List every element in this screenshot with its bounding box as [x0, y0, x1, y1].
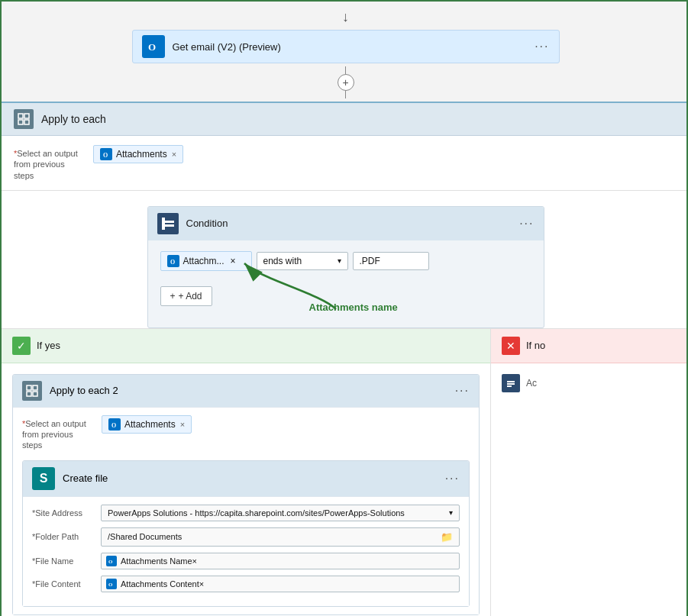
- svg-text:O: O: [103, 152, 108, 159]
- condition-pill-label: Attachm...: [183, 256, 224, 266]
- pill-outlook-icon: O: [100, 148, 112, 160]
- svg-text:O: O: [111, 422, 116, 429]
- apply2-select-label: *Select an output from previous steps: [22, 418, 91, 451]
- apply-each-header[interactable]: Apply to each: [2, 102, 688, 136]
- file-name-label: *File Name: [32, 556, 93, 566]
- annotation-text: Attachments name: [309, 302, 398, 313]
- file-content-pill-label: Attachments Content: [121, 579, 199, 589]
- site-address-row: *Site Address PowerApps Solutions - http…: [32, 505, 460, 521]
- create-file-card: S Create file ··· *Site Address PowerApp…: [22, 460, 470, 607]
- apply-each-2-body: *Select an output from previous steps O …: [13, 407, 479, 614]
- attachments-pill[interactable]: O Attachments ×: [93, 145, 183, 163]
- get-email-title: Get email (V2) (Preview): [173, 41, 535, 53]
- folder-path-value[interactable]: /Shared Documents 📁: [101, 527, 460, 547]
- apply-each-2-menu[interactable]: ···: [455, 384, 470, 398]
- branch-yes-label: If yes: [37, 340, 60, 351]
- condition-header[interactable]: Condition ···: [148, 207, 544, 240]
- apply-each-2-icon: [22, 381, 42, 401]
- apply2-pill-close[interactable]: ×: [180, 420, 185, 429]
- file-content-pill-close[interactable]: ×: [199, 579, 204, 589]
- svg-rect-4: [18, 120, 23, 124]
- branch-yes-content: Apply to each 2 ··· *Select an output fr…: [2, 363, 490, 616]
- file-name-pill-container[interactable]: O Attachments Name ×: [101, 553, 460, 569]
- attachments-pill-close[interactable]: ×: [172, 150, 176, 159]
- svg-rect-5: [24, 120, 29, 124]
- condition-pill-icon: O: [167, 255, 179, 267]
- condition-menu[interactable]: ···: [519, 217, 534, 231]
- file-content-label: *File Content: [32, 579, 93, 589]
- svg-rect-15: [33, 385, 37, 390]
- condition-operator-select[interactable]: ends with ▾: [257, 252, 348, 270]
- plus-connector-top: +: [338, 66, 354, 98]
- svg-rect-2: [18, 114, 23, 118]
- svg-rect-26: [507, 385, 512, 387]
- add-label: + Add: [179, 291, 202, 302]
- add-action-icon: [502, 374, 520, 392]
- condition-operator-label: ends with: [263, 256, 302, 266]
- apply-each-label: Apply to each: [41, 113, 106, 125]
- get-email-menu[interactable]: ···: [535, 40, 549, 53]
- attachments-pill-label: Attachments: [116, 149, 167, 160]
- checkmark-icon: ✓: [12, 337, 31, 355]
- svg-rect-17: [33, 392, 37, 396]
- get-email-card[interactable]: O Get email (V2) (Preview) ···: [132, 30, 560, 63]
- svg-rect-16: [27, 392, 31, 396]
- branch-yes-header: ✓ If yes: [2, 329, 490, 363]
- svg-rect-14: [27, 385, 31, 390]
- attachments-select-row: *Select an output from previous steps O …: [2, 136, 688, 191]
- branch-no-label: If no: [526, 340, 545, 351]
- svg-text:O: O: [148, 41, 156, 53]
- condition-wrapper: Condition ··· O Attachm... × ends: [2, 191, 688, 328]
- branch-yes: ✓ If yes Appl: [2, 329, 491, 616]
- folder-path-row: *Folder Path /Shared Documents 📁: [32, 527, 460, 547]
- apply2-select-row: *Select an output from previous steps O …: [22, 415, 470, 451]
- file-content-pill-icon: O: [106, 579, 117, 589]
- apply2-pill-label: Attachments: [124, 419, 176, 430]
- file-content-pill-container[interactable]: O Attachments Content ×: [101, 576, 460, 592]
- condition-card: Condition ··· O Attachm... × ends: [147, 206, 544, 328]
- file-name-pill-icon: O: [106, 556, 117, 566]
- svg-text:O: O: [108, 559, 113, 565]
- file-content-row: *File Content O Attachments Content ×: [32, 576, 460, 592]
- top-section: ↓ O Get email (V2) (Preview) ··· +: [2, 2, 688, 102]
- create-file-body: *Site Address PowerApps Solutions - http…: [23, 496, 469, 606]
- condition-attachm-pill[interactable]: O Attachm... ×: [160, 251, 252, 271]
- file-name-row: *File Name O Attachments Name ×: [32, 553, 460, 569]
- svg-rect-10: [162, 218, 165, 230]
- condition-body: O Attachm... × ends with ▾ .PDF: [148, 240, 544, 327]
- branch-no-header: ✕ If no: [491, 329, 688, 363]
- svg-text:O: O: [170, 259, 175, 266]
- apply-each-icon: [14, 109, 34, 129]
- apply2-attachments-pill[interactable]: O Attachments ×: [102, 415, 192, 434]
- add-condition-button[interactable]: + + Add: [160, 286, 212, 306]
- if-no-content: Ac: [491, 363, 688, 403]
- folder-path-label: *Folder Path: [32, 532, 93, 541]
- branch-no: ✕ If no Ac: [491, 329, 688, 616]
- canvas: ↓ O Get email (V2) (Preview) ··· +: [2, 2, 688, 616]
- svg-rect-25: [507, 383, 515, 385]
- dropdown-chevron-icon: ▾: [449, 508, 453, 517]
- create-file-header[interactable]: S Create file ···: [23, 461, 469, 496]
- condition-chevron-icon: ▾: [338, 256, 341, 265]
- apply-each-2-header[interactable]: Apply to each 2 ···: [13, 375, 479, 407]
- site-address-value[interactable]: PowerApps Solutions - https://capita.sha…: [101, 505, 460, 521]
- condition-title: Condition: [186, 218, 520, 229]
- apply-each-2-title: Apply to each 2: [50, 385, 455, 396]
- x-icon: ✕: [502, 337, 520, 355]
- create-file-title: Create file: [63, 472, 445, 484]
- create-file-menu[interactable]: ···: [445, 472, 460, 485]
- condition-value-input[interactable]: .PDF: [353, 252, 429, 270]
- svg-text:O: O: [108, 582, 113, 588]
- add-action-label[interactable]: Ac: [526, 378, 537, 389]
- branches-section: ✓ If yes Appl: [2, 328, 688, 616]
- svg-rect-24: [507, 381, 515, 382]
- apply-each-2-card: Apply to each 2 ··· *Select an output fr…: [12, 374, 480, 615]
- condition-row: O Attachm... × ends with ▾ .PDF: [160, 251, 531, 271]
- condition-pill-close[interactable]: ×: [231, 256, 236, 266]
- sharepoint-icon: S: [32, 467, 55, 490]
- outlook-icon: O: [142, 35, 165, 58]
- site-address-label: *Site Address: [32, 508, 93, 518]
- file-name-pill-label: Attachments Name: [121, 556, 192, 566]
- file-name-pill-close[interactable]: ×: [192, 556, 197, 566]
- add-step-button[interactable]: +: [338, 74, 354, 91]
